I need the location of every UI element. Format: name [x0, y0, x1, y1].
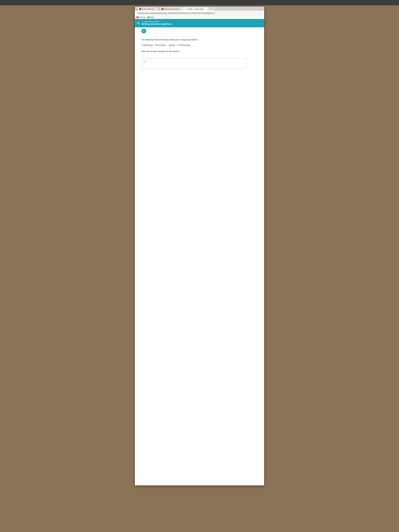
- tab-fi[interactable]: ⚙ Fi: [208, 7, 214, 11]
- orange-dot: [141, 21, 143, 22]
- mcgraw-icon: M: [162, 8, 163, 10]
- bookmark-maps[interactable]: Maps: [147, 16, 154, 18]
- write-instruction: Write the net ionic equation for this re…: [141, 50, 258, 53]
- tab-aleks-chem[interactable]: ALEKs Chemistry ×: [138, 7, 158, 11]
- browser-window: × ALEKs Chemistry × × M McGraw-Hill Educ…: [135, 6, 264, 485]
- menu-line-3: [137, 24, 139, 24]
- tab-aleks-chem-label: ALEKs Chemistry: [142, 8, 154, 10]
- aleks-a-icon: A: [185, 8, 187, 10]
- maps-icon: [147, 16, 149, 18]
- answer-box[interactable]: [141, 58, 247, 69]
- gear-icon: ⚙: [209, 8, 211, 10]
- aleks-header: SIMPLE REACTIONS Writing net ionic equat…: [135, 19, 264, 27]
- bookmark-youtube[interactable]: YouTube: [136, 16, 146, 18]
- tab-fi-label: Fi: [211, 8, 213, 10]
- chevron-down-button[interactable]: [141, 29, 146, 33]
- menu-icon[interactable]: [137, 22, 139, 24]
- menu-line-1: [137, 22, 139, 23]
- tab-mcgraw-close[interactable]: ×: [181, 8, 182, 10]
- tab-aleks-chem-close[interactable]: ×: [155, 8, 156, 10]
- question-area: The following chemical reaction takes pl…: [135, 36, 264, 58]
- address-bar-row: www-awn.aleks.com/alekscgi/x/lsl.exe/1o_…: [135, 11, 264, 16]
- section-label: SIMPLE REACTIONS: [141, 21, 262, 22]
- menu-line-2: [137, 23, 139, 23]
- tab-aleks-main-label: ALEKS - Lindsay Brook: [188, 8, 204, 10]
- answer-cursor: [144, 60, 146, 63]
- chevron-area: [135, 27, 264, 36]
- tab-aleks-main-close[interactable]: ×: [205, 8, 206, 10]
- maps-label: Maps: [150, 16, 154, 18]
- page-content: SIMPLE REACTIONS Writing net ionic equat…: [135, 19, 264, 485]
- close-tab-2[interactable]: ×: [158, 8, 160, 11]
- address-bar[interactable]: www-awn.aleks.com/alekscgi/x/lsl.exe/1o_…: [136, 12, 263, 15]
- aleks-chem-icon: [139, 8, 141, 10]
- tab-mcgraw[interactable]: M McGraw-Hill Education ×: [160, 7, 184, 11]
- bookmarks-bar: YouTube Maps: [135, 16, 264, 19]
- tab-bar: × ALEKs Chemistry × × M McGraw-Hill Educ…: [135, 6, 264, 11]
- tab-aleks-main[interactable]: A ALEKS - Lindsay Brook ×: [184, 7, 207, 11]
- question-intro: The following chemical reaction takes pl…: [141, 38, 258, 41]
- close-other-tab[interactable]: ×: [136, 8, 138, 11]
- youtube-icon: [136, 17, 139, 18]
- section-label-text: SIMPLE REACTIONS: [144, 21, 159, 22]
- page-title: Writing net ionic equations: [141, 23, 262, 25]
- top-bar: [0, 0, 399, 5]
- tab-mcgraw-label: McGraw-Hill Education: [164, 8, 180, 10]
- equation-display: 2 AgNO3(aq) + (NH4)2S(aq) → Ag2S(s) + 2 …: [141, 43, 258, 47]
- youtube-label: YouTube: [139, 16, 146, 18]
